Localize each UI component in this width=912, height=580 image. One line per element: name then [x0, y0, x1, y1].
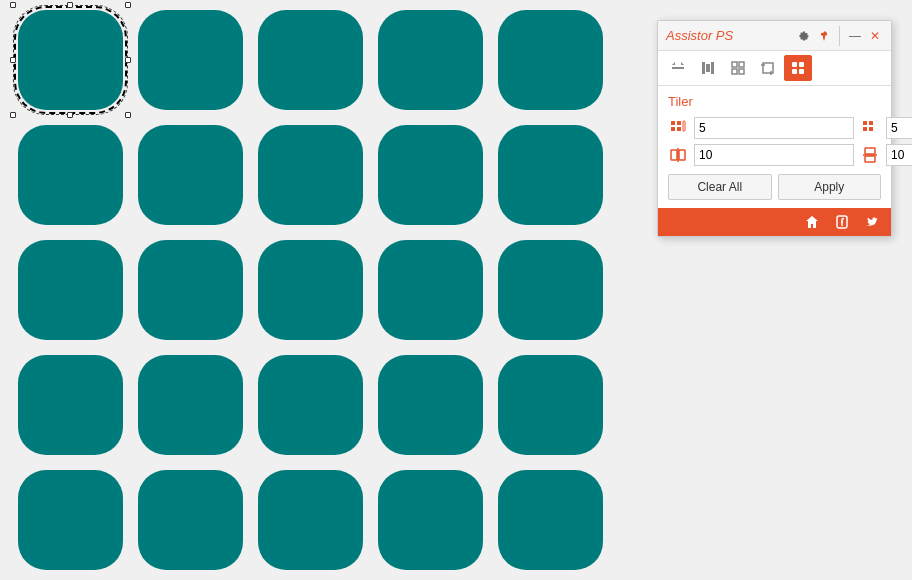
- list-item[interactable]: [378, 470, 483, 570]
- toolbar-row: [658, 51, 891, 86]
- list-item[interactable]: [258, 355, 363, 455]
- list-item[interactable]: [138, 125, 243, 225]
- svg-rect-19: [671, 127, 675, 131]
- v-gap-input[interactable]: [886, 144, 912, 166]
- svg-rect-20: [677, 127, 681, 131]
- distribute-tool-button[interactable]: [694, 55, 722, 81]
- list-item[interactable]: [378, 10, 483, 110]
- v-gap-icon: [860, 145, 880, 165]
- svg-rect-5: [711, 62, 714, 74]
- list-item[interactable]: [378, 355, 483, 455]
- svg-rect-3: [702, 62, 705, 74]
- list-item[interactable]: [378, 240, 483, 340]
- pin-button[interactable]: [816, 28, 832, 44]
- list-item[interactable]: [258, 470, 363, 570]
- button-row: Clear All Apply: [668, 174, 881, 200]
- svg-rect-14: [799, 62, 804, 67]
- align-tool-button[interactable]: [664, 55, 692, 81]
- svg-rect-26: [671, 150, 677, 160]
- svg-rect-0: [672, 67, 684, 69]
- gaps-row: [668, 144, 881, 166]
- minimize-button[interactable]: —: [847, 28, 863, 44]
- svg-rect-24: [863, 127, 867, 131]
- list-item[interactable]: [378, 125, 483, 225]
- svg-rect-25: [869, 127, 873, 131]
- svg-rect-13: [792, 62, 797, 67]
- handle-br[interactable]: [125, 112, 131, 118]
- list-item[interactable]: [258, 125, 363, 225]
- list-item[interactable]: [138, 470, 243, 570]
- home-button[interactable]: [801, 213, 823, 231]
- clear-all-button[interactable]: Clear All: [668, 174, 772, 200]
- svg-rect-6: [732, 62, 737, 67]
- crop-tool-button[interactable]: [754, 55, 782, 81]
- panel-title-italic: PS: [716, 28, 733, 43]
- grid-tool-button[interactable]: [724, 55, 752, 81]
- handle-lm[interactable]: [10, 57, 16, 63]
- tile-selected[interactable]: [18, 10, 123, 110]
- settings-button[interactable]: [796, 28, 812, 44]
- svg-rect-4: [706, 64, 710, 72]
- panel-controls: — ✕: [796, 26, 883, 46]
- rows-input[interactable]: [886, 117, 912, 139]
- divider: [839, 26, 840, 46]
- handle-tm[interactable]: [67, 2, 73, 8]
- assistor-panel: Assistor PS — ✕: [657, 20, 892, 237]
- handle-rm[interactable]: [125, 57, 131, 63]
- list-item[interactable]: [258, 240, 363, 340]
- svg-rect-16: [799, 69, 804, 74]
- svg-marker-1: [672, 62, 675, 65]
- list-item[interactable]: [138, 240, 243, 340]
- list-item[interactable]: [498, 240, 603, 340]
- close-button[interactable]: ✕: [867, 28, 883, 44]
- columns-row: [668, 117, 881, 139]
- panel-title-text: Assistor: [666, 28, 712, 43]
- list-item[interactable]: [498, 470, 603, 570]
- twitter-button[interactable]: [861, 213, 883, 231]
- svg-rect-30: [865, 156, 875, 162]
- canvas-area: [0, 0, 620, 580]
- panel-titlebar: Assistor PS — ✕: [658, 21, 891, 51]
- columns-input[interactable]: [694, 117, 854, 139]
- panel-footer: [658, 208, 891, 236]
- list-item[interactable]: [18, 240, 123, 340]
- svg-rect-8: [732, 69, 737, 74]
- list-item[interactable]: [18, 470, 123, 570]
- list-item[interactable]: [138, 355, 243, 455]
- svg-rect-21: [683, 121, 685, 131]
- list-item[interactable]: [138, 10, 243, 110]
- svg-rect-17: [671, 121, 675, 125]
- panel-body: Tiler: [658, 86, 891, 208]
- list-item[interactable]: [498, 355, 603, 455]
- list-item[interactable]: [258, 10, 363, 110]
- columns-icon: [668, 118, 688, 138]
- svg-rect-29: [865, 148, 875, 154]
- list-item[interactable]: [498, 125, 603, 225]
- handle-bm[interactable]: [67, 112, 73, 118]
- rows-icon: [860, 118, 880, 138]
- handle-bl[interactable]: [10, 112, 16, 118]
- facebook-button[interactable]: [831, 213, 853, 231]
- section-title: Tiler: [668, 94, 881, 109]
- list-item[interactable]: [498, 10, 603, 110]
- svg-rect-22: [863, 121, 867, 125]
- svg-rect-9: [739, 69, 744, 74]
- list-item[interactable]: [18, 355, 123, 455]
- handle-tl[interactable]: [10, 2, 16, 8]
- tiler-tool-button[interactable]: [784, 55, 812, 81]
- panel-title: Assistor PS: [666, 28, 796, 43]
- svg-rect-18: [677, 121, 681, 125]
- h-gap-input[interactable]: [694, 144, 854, 166]
- handle-tr[interactable]: [125, 2, 131, 8]
- h-gap-icon: [668, 145, 688, 165]
- apply-button[interactable]: Apply: [778, 174, 882, 200]
- svg-rect-15: [792, 69, 797, 74]
- svg-marker-2: [681, 62, 684, 65]
- svg-rect-27: [679, 150, 685, 160]
- svg-rect-7: [739, 62, 744, 67]
- tile-grid: [0, 0, 623, 580]
- svg-rect-23: [869, 121, 873, 125]
- list-item[interactable]: [18, 125, 123, 225]
